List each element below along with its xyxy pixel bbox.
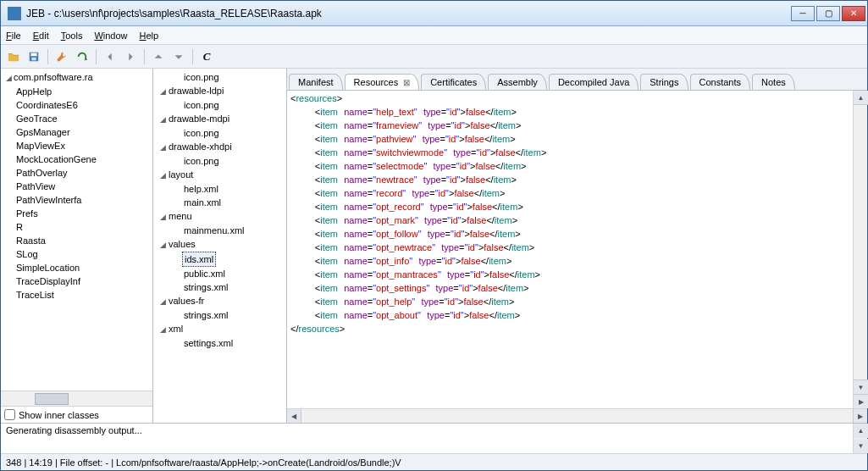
vscrollbar[interactable]: ▲ ▼ ▶ [853,91,867,408]
tree-item[interactable]: SLog [4,247,152,261]
menu-file[interactable]: File [6,30,21,41]
tree-item[interactable]: GpsManager [4,125,152,139]
resource-item[interactable]: strings.xml [153,308,286,322]
tab-decompiled-java[interactable]: Decompiled Java [549,74,639,90]
resource-item[interactable]: ◢values-fr [153,294,286,308]
refresh-button[interactable] [73,47,91,66]
tree-item[interactable]: PathViewInterfa [4,193,152,207]
scroll-down-icon[interactable]: ▼ [854,380,868,394]
scroll-right-icon[interactable]: ▶ [854,394,868,408]
resource-item[interactable]: ◢xml [153,322,286,336]
nav-back-button[interactable] [101,47,119,66]
hscrollbar[interactable] [1,391,152,406]
console[interactable]: Generating disassembly output... ▲ ▼ [1,423,867,453]
resource-item[interactable]: ◢values [153,237,286,252]
resource-item[interactable]: ◢layout [153,168,286,182]
class-tree[interactable]: com.pnfsoftware.raAppHelpCoordinatesE6Ge… [1,69,152,391]
tab-resources[interactable]: Resources⊠ [345,74,420,90]
titlebar[interactable]: JEB - c:\users\nf\projects\samples\Raast… [1,1,867,26]
menu-edit[interactable]: Edit [33,30,49,41]
resource-item[interactable]: public.xml [153,267,286,280]
tree-item[interactable]: R [4,220,152,234]
resource-item[interactable]: main.xml [153,196,286,209]
close-tab-icon[interactable]: ⊠ [403,78,410,87]
resource-item[interactable]: ◢drawable-ldpi [153,84,286,98]
toolbar-sep [47,49,48,64]
status-text: 348 | 14:19 | File offset: - | Lcom/pnfs… [6,457,401,468]
resource-item[interactable]: icon.png [153,154,286,168]
nav-down-button[interactable] [169,47,188,66]
tab-constants[interactable]: Constants [690,74,751,90]
show-inner-checkbox[interactable] [4,409,15,420]
resource-item[interactable]: ◢drawable-mdpi [153,112,286,126]
nav-up-button[interactable] [149,47,168,66]
svg-rect-2 [31,57,36,60]
tree-item[interactable]: SimpleLocation [4,261,152,274]
tree-item[interactable]: AppHelp [4,85,152,98]
resource-item[interactable]: settings.xml [153,336,286,350]
open-button[interactable] [4,47,23,66]
close-button[interactable]: ✕ [842,6,865,21]
resource-item[interactable]: icon.png [153,126,286,140]
console-text: Generating disassembly output... [6,425,142,435]
wrench-button[interactable] [53,47,71,66]
status-bar: 348 | 14:19 | File offset: - | Lcom/pnfs… [1,453,867,470]
resource-tree[interactable]: icon.png◢drawable-ldpiicon.png◢drawable-… [153,69,286,423]
maximize-button[interactable]: ▢ [816,6,840,21]
resource-item[interactable]: mainmenu.xml [153,224,286,237]
show-inner-label: Show inner classes [19,410,99,420]
menubar: File Edit Tools Window Help [1,26,867,45]
scroll-up-icon[interactable]: ▲ [854,91,868,105]
console-scrollbar[interactable]: ▲ ▼ [853,424,867,453]
editor-panel: ManifestResources⊠CertificatesAssemblyDe… [287,69,867,423]
resource-item[interactable]: icon.png [153,70,286,84]
resource-item[interactable]: help.xml [153,182,286,196]
editor-hscrollbar[interactable]: ◀ ▶ [287,408,867,423]
resource-item[interactable]: icon.png [153,98,286,112]
code-editor[interactable]: <resources> <item name="help_text" type=… [287,91,853,408]
resource-tree-panel: icon.png◢drawable-ldpiicon.png◢drawable-… [153,69,287,423]
app-window: JEB - c:\users\nf\projects\samples\Raast… [0,0,868,471]
toolbar-sep [144,49,145,64]
resource-item[interactable]: ids.xml [153,252,286,267]
toolbar: C [1,45,867,69]
tree-item[interactable]: Prefs [4,207,152,220]
resource-item[interactable]: strings.xml [153,280,286,294]
save-button[interactable] [25,47,43,66]
resource-item[interactable]: ◢drawable-xhdpi [153,140,286,154]
svg-rect-1 [31,53,37,56]
menu-help[interactable]: Help [140,30,159,41]
scroll-up-icon[interactable]: ▲ [854,424,868,438]
tree-item[interactable]: PathView [4,180,152,193]
nav-fwd-button[interactable] [121,47,140,66]
tree-item[interactable]: PathOverlay [4,166,152,180]
tree-item[interactable]: CoordinatesE6 [4,98,152,112]
scroll-left-icon[interactable]: ◀ [287,409,301,424]
tab-certificates[interactable]: Certificates [421,74,486,90]
tab-strings[interactable]: Strings [640,74,688,90]
tree-item[interactable]: TraceList [4,288,152,302]
toolbar-sep [192,49,193,64]
menu-tools[interactable]: Tools [61,30,83,41]
comment-button[interactable]: C [197,47,216,66]
tab-manifest[interactable]: Manifest [289,74,343,90]
window-title: JEB - c:\users\nf\projects\samples\Raast… [26,8,791,19]
minimize-button[interactable]: ─ [791,6,815,21]
tab-notes[interactable]: Notes [752,74,795,90]
menu-window[interactable]: Window [94,30,127,41]
tree-item[interactable]: GeoTrace [4,112,152,125]
tree-item[interactable]: TraceDisplayInf [4,274,152,288]
tab-bar: ManifestResources⊠CertificatesAssemblyDe… [287,69,867,91]
tab-assembly[interactable]: Assembly [488,74,547,90]
tree-root[interactable]: com.pnfsoftware.ra [4,70,152,85]
app-icon [8,7,21,20]
tree-item[interactable]: Raasta [4,234,152,247]
tree-item[interactable]: MapViewEx [4,139,152,152]
toolbar-sep [96,49,97,64]
class-tree-panel: com.pnfsoftware.raAppHelpCoordinatesE6Ge… [1,69,153,423]
resource-item[interactable]: ◢menu [153,209,286,224]
scroll-right-icon[interactable]: ▶ [853,409,867,424]
tree-item[interactable]: MockLocationGene [4,152,152,166]
scroll-down-icon[interactable]: ▼ [854,439,868,453]
